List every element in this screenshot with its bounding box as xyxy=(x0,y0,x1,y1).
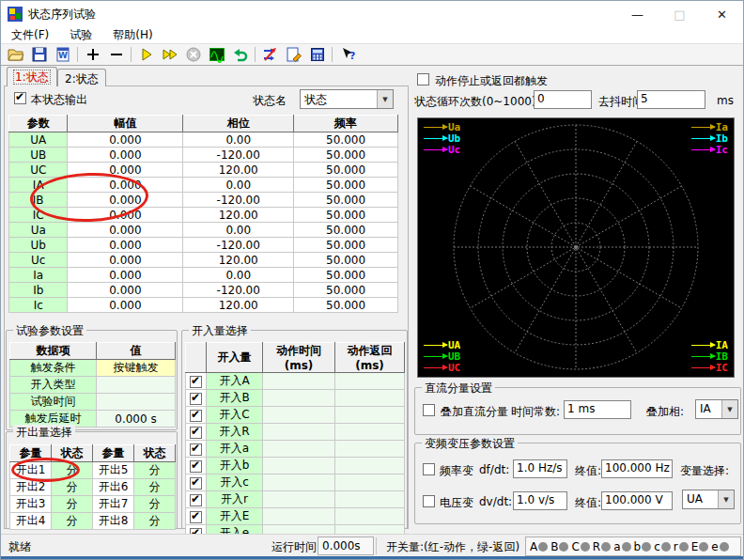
freq-cell[interactable]: 50.000 xyxy=(294,223,398,238)
freq-end-input[interactable]: 100.000 Hz xyxy=(601,459,673,478)
calculator-button[interactable] xyxy=(305,44,329,65)
phasor-settings-button[interactable] xyxy=(258,44,282,65)
phase-cell[interactable]: -120.00 xyxy=(183,283,294,298)
din-checkbox-cell[interactable] xyxy=(186,508,207,525)
din-checkbox[interactable] xyxy=(190,511,202,523)
remove-state-button[interactable] xyxy=(104,44,128,65)
volt-end-input[interactable]: 100.000 V xyxy=(601,491,673,510)
freq-cell[interactable]: 50.000 xyxy=(294,268,398,283)
freq-cell[interactable]: 50.000 xyxy=(294,132,398,148)
dout-state[interactable]: 分 xyxy=(134,462,176,479)
din-checkbox[interactable] xyxy=(190,410,202,422)
stop-or-return-trigger-checkbox[interactable] xyxy=(417,73,429,86)
add-state-button[interactable] xyxy=(81,44,104,65)
chevron-down-icon[interactable] xyxy=(377,90,393,108)
superimpose-phase-dropdown[interactable]: IA xyxy=(695,399,738,419)
value-cell[interactable] xyxy=(97,377,176,394)
dout-state[interactable]: 分 xyxy=(134,479,176,496)
freq-cell[interactable]: 50.000 xyxy=(294,253,398,268)
din-checkbox-cell[interactable] xyxy=(186,407,207,424)
export-word-button[interactable]: W xyxy=(51,44,74,65)
din-checkbox-cell[interactable] xyxy=(186,390,207,407)
freq-cell[interactable]: 50.000 xyxy=(294,148,398,163)
menu-file[interactable]: 文件(F) xyxy=(1,27,59,43)
amp-cell[interactable]: 0.000 xyxy=(68,193,183,208)
din-checkbox[interactable] xyxy=(190,376,202,388)
phase-cell[interactable]: 120.00 xyxy=(183,298,294,313)
amp-cell[interactable]: 0.000 xyxy=(68,268,183,283)
freq-cell[interactable]: 50.000 xyxy=(294,178,398,193)
state-name-dropdown[interactable]: 状态 xyxy=(300,89,394,109)
value-cell[interactable]: 0.000 s xyxy=(97,411,176,428)
din-checkbox-cell[interactable] xyxy=(186,458,207,474)
value-cell[interactable] xyxy=(97,394,176,411)
freq-ramp-checkbox[interactable] xyxy=(423,463,435,475)
phase-cell[interactable]: -120.00 xyxy=(183,238,294,253)
dvdt-input[interactable]: 1.0 v/s xyxy=(513,491,567,510)
freq-cell[interactable]: 50.000 xyxy=(294,193,398,208)
freq-cell[interactable]: 50.000 xyxy=(294,163,398,178)
din-checkbox[interactable] xyxy=(190,443,202,456)
phase-cell[interactable]: 120.00 xyxy=(183,253,294,268)
debounce-input[interactable]: 5 xyxy=(637,90,705,109)
phase-cell[interactable]: 0.00 xyxy=(183,268,294,283)
run-all-button[interactable] xyxy=(158,44,181,65)
volt-ramp-checkbox[interactable] xyxy=(423,495,435,507)
phase-cell[interactable]: -120.00 xyxy=(183,148,294,163)
menu-help[interactable]: 帮助(H) xyxy=(102,27,163,43)
amp-cell[interactable]: 0.000 xyxy=(68,283,183,298)
dout-state[interactable]: 分 xyxy=(52,513,93,530)
din-checkbox-cell[interactable] xyxy=(186,491,207,508)
run-button[interactable] xyxy=(134,44,158,65)
phase-cell[interactable]: 0.00 xyxy=(183,178,294,193)
din-checkbox[interactable] xyxy=(190,393,202,405)
tab-state-2[interactable]: 2:状态 xyxy=(57,69,106,86)
dout-state[interactable]: 分 xyxy=(134,513,176,530)
amp-cell[interactable]: 0.000 xyxy=(68,253,183,268)
time-constant-input[interactable]: 1 ms xyxy=(564,400,631,419)
din-checkbox[interactable] xyxy=(190,427,202,439)
amp-cell[interactable]: 0.000 xyxy=(68,163,183,178)
dout-state[interactable]: 分 xyxy=(52,479,93,496)
value-cell[interactable]: 按键触发 xyxy=(97,360,176,377)
din-checkbox-cell[interactable] xyxy=(186,474,207,491)
close-button[interactable]: ✕ xyxy=(701,1,743,27)
dout-state[interactable]: 分 xyxy=(134,496,176,513)
phase-cell[interactable]: 120.00 xyxy=(183,208,294,223)
din-checkbox[interactable] xyxy=(190,494,202,506)
state-output-checkbox[interactable] xyxy=(14,92,26,104)
loop-count-input[interactable]: 0 xyxy=(534,90,592,109)
dc-superimpose-checkbox[interactable] xyxy=(423,404,435,416)
freq-cell[interactable]: 50.000 xyxy=(294,208,398,223)
din-checkbox-cell[interactable] xyxy=(186,441,207,458)
din-checkbox[interactable] xyxy=(190,460,202,473)
phase-cell[interactable]: 0.00 xyxy=(183,132,294,148)
chevron-down-icon[interactable] xyxy=(721,400,737,418)
phase-cell[interactable]: 120.00 xyxy=(183,163,294,178)
din-checkbox-cell[interactable] xyxy=(186,373,207,390)
dout-state[interactable]: 分 xyxy=(52,462,93,479)
phase-cell[interactable]: -120.00 xyxy=(183,193,294,208)
amp-cell[interactable]: 0.000 xyxy=(68,238,183,253)
din-checkbox[interactable] xyxy=(190,477,202,490)
variable-select-dropdown[interactable]: UA xyxy=(682,490,735,509)
menu-test[interactable]: 试验 xyxy=(59,27,102,43)
amp-cell[interactable]: 0.000 xyxy=(68,132,183,148)
stop-button[interactable] xyxy=(181,44,205,65)
amp-cell[interactable]: 0.000 xyxy=(68,298,183,313)
freq-cell[interactable]: 50.000 xyxy=(294,298,398,313)
amp-cell[interactable]: 0.000 xyxy=(68,148,183,163)
amp-cell[interactable]: 0.000 xyxy=(68,223,183,238)
context-help-button[interactable]: ? xyxy=(335,44,359,65)
waveform-button[interactable] xyxy=(205,44,228,65)
freq-cell[interactable]: 50.000 xyxy=(294,238,398,253)
din-checkbox-cell[interactable] xyxy=(186,424,207,441)
amp-cell[interactable]: 0.000 xyxy=(68,178,183,193)
undo-button[interactable] xyxy=(228,44,252,65)
phase-cell[interactable]: 0.00 xyxy=(183,223,294,238)
save-button[interactable] xyxy=(27,44,51,65)
minimize-button[interactable]: — xyxy=(616,1,659,27)
amp-cell[interactable]: 0.000 xyxy=(68,208,183,223)
maximize-button[interactable]: □ xyxy=(659,1,701,27)
freq-cell[interactable]: 50.000 xyxy=(294,283,398,298)
